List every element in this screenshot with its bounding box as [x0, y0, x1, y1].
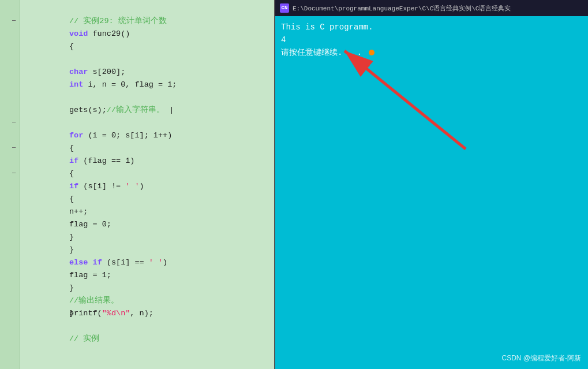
arrow-line — [344, 51, 466, 149]
terminal-icon: CN — [280, 3, 289, 13]
terminal-title: E:\Document\programmLanguageExper\C\C语言经… — [293, 4, 511, 13]
code-line: // 实例29: 统计单词个数 — [23, 2, 274, 15]
code-panel: − − − − — [0, 0, 274, 369]
code-content: // 实例29: 统计单词个数 void func29() { char s[2… — [20, 0, 274, 369]
terminal-output-line2: 4 — [281, 33, 582, 46]
terminal-titlebar: CN E:\Document\programmLanguageExper\C\C… — [275, 0, 588, 16]
code-line: // 实例 — [23, 320, 274, 333]
terminal-output-line1: This is C programm. — [281, 21, 582, 33]
terminal-window: CN E:\Document\programmLanguageExper\C\C… — [274, 0, 588, 369]
watermark: CSDN @编程爱好者-阿新 — [501, 353, 581, 363]
terminal-cursor-dot — [369, 50, 374, 55]
terminal-output-line3: 请按任意键继续. . . — [281, 46, 582, 59]
main-container: − − − − — [0, 0, 588, 369]
terminal-body: This is C programm. 4 请按任意键继续. . . — [275, 16, 588, 369]
line-numbers: − − − − — [0, 0, 20, 369]
